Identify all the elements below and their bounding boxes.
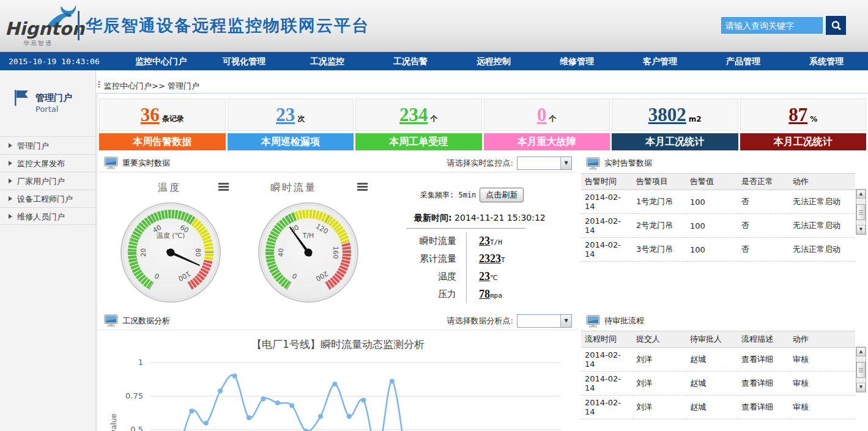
table-row[interactable]: 2014-02-14刘洋赵城查看详细审核: [581, 348, 855, 372]
nav-item-condition-alarm[interactable]: 工况告警: [369, 52, 452, 70]
stat-label[interactable]: 本月重大故障: [484, 133, 610, 150]
page-title: 华辰智通设备远程监控物联网云平台: [86, 15, 369, 37]
sidebar-item-repair-portal[interactable]: 维修人员门户: [0, 207, 95, 225]
svg-text:0.75: 0.75: [125, 391, 143, 400]
sidebar-item-vendor-portal[interactable]: 厂家用户门户: [0, 172, 95, 190]
scroll-track[interactable]: [856, 199, 866, 225]
stat-label[interactable]: 本周巡检漏项: [228, 133, 354, 150]
monitor-icon: [104, 314, 119, 327]
view-detail-link[interactable]: 查看详细: [738, 348, 789, 372]
arrow-right-icon: [9, 143, 12, 148]
scroll-up-button[interactable]: ▲: [856, 347, 866, 356]
refresh-button[interactable]: 点击刷新: [480, 188, 524, 202]
nav-item-product[interactable]: 产品管理: [702, 52, 785, 70]
scroll-down-button[interactable]: ▼: [856, 225, 866, 234]
stat-card-weekly-workorders: 234 个 本周工单受理: [355, 98, 482, 150]
stat-value-link[interactable]: 0: [537, 105, 547, 124]
gauge-flow-title: 瞬时流量: [270, 182, 317, 194]
stat-label[interactable]: 本月工况统计: [740, 133, 867, 150]
chevron-down-icon[interactable]: ▼: [560, 157, 571, 169]
breadcrumb[interactable]: 监控中心门户>> 管理门户: [104, 81, 199, 92]
stat-unit: 条记录: [162, 114, 184, 124]
arrow-right-icon: [9, 161, 12, 166]
stat-value-link[interactable]: 36: [141, 105, 160, 124]
frequency-label: 采集频率: 5min: [420, 190, 476, 201]
arrow-right-icon: [9, 196, 12, 201]
panel-title: 待审批流程: [604, 315, 644, 326]
table-header-row: 告警时间 告警项目 告警值 是否正常 动作: [581, 174, 855, 190]
gauge-menu-icon[interactable]: [218, 183, 229, 191]
arrow-right-icon: [9, 214, 12, 219]
monitor-icon: [586, 315, 601, 328]
nav-item-remote-control[interactable]: 远程控制: [452, 52, 535, 70]
chevron-down-icon[interactable]: ▼: [560, 315, 571, 327]
sidebar-item-label: 维修人员门户: [17, 212, 65, 221]
monitor-icon: [104, 157, 119, 169]
flow-line-chart: 10.750.50.250value: [105, 353, 570, 431]
view-detail-link[interactable]: 查看详细: [738, 396, 789, 419]
nav-item-customer[interactable]: 客户管理: [618, 52, 702, 70]
stat-value-link[interactable]: 23: [276, 105, 295, 124]
table-row[interactable]: 2014-02-141号龙门吊100否无法正常启动: [581, 190, 855, 214]
stat-label[interactable]: 本周告警数据: [99, 133, 226, 150]
gauge-temp-title: 温度: [158, 182, 181, 194]
table-row[interactable]: 2014-02-14刘洋赵城查看详细审核: [581, 396, 855, 419]
svg-text:0.5: 0.5: [130, 425, 143, 431]
stat-value-link[interactable]: 87: [788, 105, 807, 124]
scroll-track[interactable]: [856, 356, 866, 383]
search-input[interactable]: [721, 17, 823, 34]
stat-card-monthly-stats-pct: 87 % 本月工况统计: [740, 98, 867, 150]
readout-value-link[interactable]: 23: [479, 270, 490, 283]
scroll-down-button[interactable]: ▼: [856, 383, 866, 392]
sidebar-item-screen-publish[interactable]: 监控大屏发布: [0, 154, 95, 172]
panel-header: 实时告警数据: [581, 154, 866, 172]
analysis-point-select[interactable]: ▼: [517, 314, 572, 328]
stat-label[interactable]: 本周工单受理: [355, 133, 482, 150]
scroll-thumb[interactable]: [856, 362, 866, 378]
stat-label[interactable]: 本月工况统计: [612, 133, 738, 150]
view-detail-link[interactable]: 查看详细: [738, 372, 789, 396]
portal-header: 管理门户 Portal: [0, 70, 95, 131]
nav-item-maintenance[interactable]: 维修管理: [535, 52, 618, 70]
temperature-gauge: 020406080100温度 (℃): [119, 201, 223, 304]
search-button[interactable]: [826, 16, 846, 35]
readout-value-link[interactable]: 2323: [479, 252, 501, 265]
review-link[interactable]: 审核: [789, 372, 855, 396]
nav-item-system[interactable]: 系统管理: [785, 52, 868, 70]
svg-text:温度 (℃): 温度 (℃): [157, 232, 185, 240]
scrollbar[interactable]: ▲ ▼: [856, 347, 866, 392]
table-row[interactable]: 2014-02-143号龙门吊100否无法正常启动: [581, 238, 855, 262]
scroll-thumb[interactable]: [856, 204, 866, 220]
readout-value-link[interactable]: 23: [479, 235, 490, 248]
review-link[interactable]: 审核: [789, 348, 855, 372]
logo-divider: [78, 11, 80, 40]
table-row[interactable]: 2014-02-142号龙门吊100否无法正常启动: [581, 214, 855, 238]
review-link[interactable]: 审核: [789, 396, 855, 419]
sidebar-item-admin-portal[interactable]: 管理门户: [0, 136, 95, 154]
table-header-row: 流程时间 提交人 待审批人 流程描述 动作: [581, 331, 855, 348]
scrollbar[interactable]: ▲ ▼: [856, 189, 866, 235]
main-nav: 2015-10-19 10:43:06 监控中心门户 可视化管理 工况监控 工况…: [0, 52, 868, 70]
flow-gauge: 04080120160200T/H: [256, 201, 360, 304]
readout-row: 压力 78mpa: [380, 285, 540, 303]
sidebar-item-engineer-portal[interactable]: 设备工程师门户: [0, 190, 95, 207]
stat-card-monthly-faults: 0 个 本月重大故障: [484, 98, 610, 150]
logo[interactable]: Hignton 华辰智通: [5, 4, 78, 49]
svg-text:160: 160: [332, 246, 339, 259]
stat-value-link[interactable]: 234: [399, 105, 428, 124]
gauge-menu-icon[interactable]: [357, 183, 368, 191]
readout-value-link[interactable]: 78: [479, 288, 490, 301]
panel-title: 重要实时数据: [122, 158, 170, 169]
nav-item-condition-monitor[interactable]: 工况监控: [286, 52, 369, 70]
scroll-up-button[interactable]: ▲: [856, 190, 866, 199]
nav-item-visualization[interactable]: 可视化管理: [202, 52, 286, 70]
table-row[interactable]: 2014-02-14刘洋赵城查看详细审核: [581, 372, 855, 396]
nav-item-monitor-center[interactable]: 监控中心门户: [119, 52, 202, 70]
stat-value-link[interactable]: 3802: [648, 105, 686, 124]
sidebar-item-label: 监控大屏发布: [17, 159, 65, 168]
sidebar: 管理门户 Portal 管理门户 监控大屏发布 厂家用户门户 设备工程师门户 维…: [0, 70, 96, 431]
stat-unit: 次: [297, 114, 305, 124]
nav-timestamp: 2015-10-19 10:43:06: [0, 57, 119, 66]
monitor-icon: [586, 157, 601, 170]
monitor-point-select[interactable]: ▼: [517, 157, 572, 170]
